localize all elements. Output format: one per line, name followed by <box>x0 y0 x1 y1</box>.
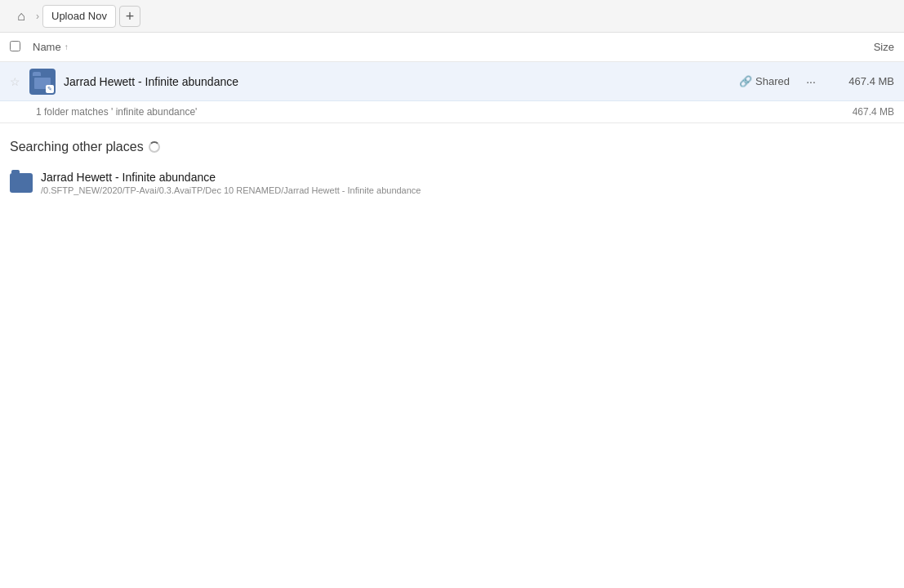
other-result-row[interactable]: Jarrad Hewett - Infinite abundance/0.SFT… <box>0 164 904 202</box>
more-options-button[interactable]: ··· <box>799 70 822 93</box>
checkbox-input[interactable] <box>10 41 20 51</box>
top-bar: ⌂ › Upload Nov + <box>0 0 904 33</box>
home-button[interactable]: ⌂ <box>10 5 33 28</box>
result-name: Jarrad Hewett - Infinite abundance <box>64 75 739 88</box>
size-column-header: Size <box>829 41 894 53</box>
home-icon: ⌂ <box>17 9 25 24</box>
select-all-checkbox[interactable] <box>10 41 26 54</box>
folder-with-pen-icon: ✎ <box>29 69 56 95</box>
star-icon[interactable]: ☆ <box>10 75 26 88</box>
folder-icon <box>10 173 33 193</box>
tab-upload-nov[interactable]: Upload Nov <box>42 5 116 28</box>
summary-text: 1 folder matches ' infinite abundance' <box>36 106 197 118</box>
new-tab-button[interactable]: + <box>119 6 140 27</box>
sort-icon: ↑ <box>65 42 69 51</box>
new-tab-icon: + <box>126 9 135 24</box>
pen-overlay: ✎ <box>46 85 54 93</box>
link-icon: 🔗 <box>739 75 752 87</box>
other-result-name: Jarrad Hewett - Infinite abundance <box>41 171 421 184</box>
loading-spinner <box>149 141 160 153</box>
name-column-header[interactable]: Name ↑ <box>33 41 829 53</box>
summary-row: 1 folder matches ' infinite abundance' 4… <box>0 101 904 123</box>
main-result-row[interactable]: ☆ ✎ Jarrad Hewett - Infinite abundance 🔗… <box>0 62 904 101</box>
result-size: 467.4 MB <box>829 75 894 87</box>
breadcrumb-arrow: › <box>36 11 39 22</box>
other-places-title: Searching other places <box>10 140 144 154</box>
more-icon: ··· <box>806 75 816 88</box>
other-results-list: Jarrad Hewett - Infinite abundance/0.SFT… <box>0 164 904 202</box>
summary-size: 467.4 MB <box>853 106 894 118</box>
other-places-section-header: Searching other places <box>0 123 904 164</box>
shared-badge: 🔗 Shared <box>739 75 790 87</box>
other-result-info: Jarrad Hewett - Infinite abundance/0.SFT… <box>41 171 421 195</box>
shared-label: Shared <box>755 75 790 87</box>
size-column-label: Size <box>874 41 894 53</box>
other-result-path: /0.SFTP_NEW/2020/TP-Avai/0.3.AvaiTP/Dec … <box>41 185 421 195</box>
column-header: Name ↑ Size <box>0 33 904 62</box>
name-column-label: Name <box>33 41 61 53</box>
tab-label: Upload Nov <box>51 10 107 22</box>
